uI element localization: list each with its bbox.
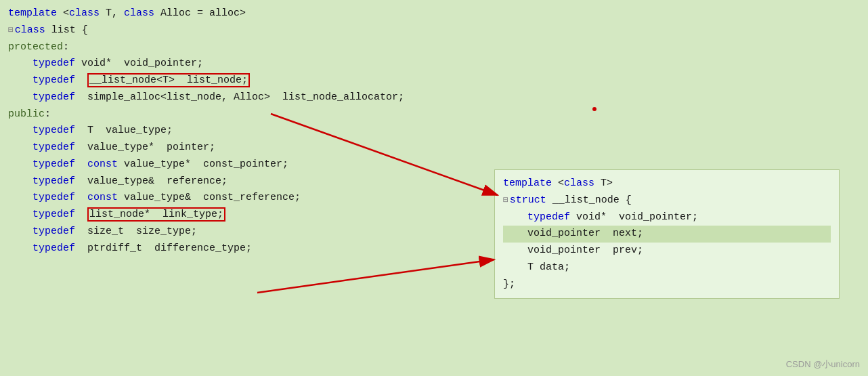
code-line-15: typedef ptrdiff_t difference_type; (8, 241, 479, 257)
popup-keyword-template: template (503, 177, 552, 189)
code-line-6: typedef simple_alloc<list_node, Alloc> l… (8, 89, 479, 106)
code-line-5: typedef __list_node<T> list_node; (8, 72, 479, 89)
watermark-text: CSDN @小unicorn (786, 358, 860, 371)
highlight-list-node-typedef: __list_node<T> list_node; (87, 73, 250, 87)
keyword-public: public (8, 108, 45, 120)
popup-line-3: typedef void* void_pointer; (503, 209, 831, 226)
popup-keyword-class: class (564, 177, 594, 189)
popup-line-1: template <class T> (503, 175, 831, 192)
keyword-const1: const (87, 159, 118, 170)
popup-line-4: void_pointer next; (503, 226, 831, 243)
highlight-link-type-typedef: list_node* link_type; (87, 207, 225, 222)
popup-line-2: ⊟struct __list_node { (503, 192, 831, 209)
popup-line-7: }; (503, 276, 831, 293)
red-dot-marker (592, 107, 596, 111)
code-line-13: typedef list_node* link_type; (8, 207, 479, 224)
keyword-typedef7: typedef (32, 175, 75, 187)
popup-struct-panel: template <class T> ⊟struct __list_node {… (494, 169, 840, 299)
popup-line-5: void_pointer prev; (503, 243, 831, 259)
code-line-10: typedef const value_type* const_pointer; (8, 156, 479, 173)
keyword-const2: const (87, 192, 118, 203)
code-line-9: typedef value_type* pointer; (8, 140, 479, 156)
code-line-14: typedef size_t size_type; (8, 224, 479, 241)
keyword-typedef3: typedef (32, 91, 75, 103)
code-line-12: typedef const value_type& const_referenc… (8, 190, 479, 207)
keyword-typedef8: typedef (32, 192, 75, 203)
keyword-typedef4: typedef (32, 125, 75, 136)
popup-keyword-struct: struct (510, 194, 546, 206)
keyword-typedef2: typedef (32, 75, 75, 86)
code-line-8: typedef T value_type; (8, 123, 479, 140)
keyword-class3: class (15, 24, 45, 36)
keyword-protected: protected (8, 41, 63, 53)
keyword-template: template (8, 7, 57, 19)
popup-line-6: T data; (503, 259, 831, 276)
keyword-typedef1: typedef (32, 58, 75, 69)
main-code-panel: template <class T, class Alloc = alloc> … (0, 0, 487, 376)
gutter-collapse: ⊟ (8, 25, 14, 35)
keyword-class1: class (69, 7, 100, 19)
keyword-typedef10: typedef (32, 226, 75, 237)
keyword-typedef5: typedef (32, 142, 75, 153)
popup-keyword-typedef1: typedef (527, 211, 570, 223)
code-line-3: protected: (8, 39, 479, 56)
keyword-typedef6: typedef (32, 159, 75, 170)
keyword-typedef11: typedef (32, 243, 75, 254)
code-line-2: ⊟class list { (8, 22, 479, 39)
code-line-11: typedef value_type& reference; (8, 173, 479, 190)
code-line-1: template <class T, class Alloc = alloc> (8, 5, 479, 22)
code-line-4: typedef void* void_pointer; (8, 56, 479, 72)
popup-gutter: ⊟ (503, 195, 508, 205)
keyword-typedef9: typedef (32, 209, 75, 220)
code-line-7: public: (8, 106, 479, 123)
keyword-class2: class (124, 7, 154, 19)
